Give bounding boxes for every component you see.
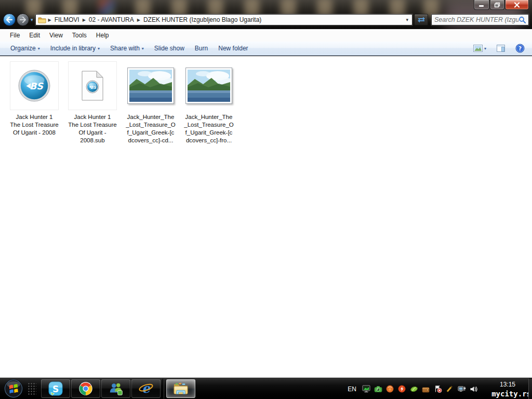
monitor-tray-icon[interactable] [362,384,370,393]
internet-explorer-icon: e [138,381,154,396]
menu-item-view[interactable]: View [45,30,68,41]
camera-tray-icon[interactable] [374,384,382,393]
volume-tray-icon[interactable] [469,384,478,393]
navigation-bar: ▾ ▶FILMOVI▶02 - AVANTURA▶DZEK HUNTER (Iz… [3,14,529,26]
menu-bar: FileEditViewToolsHelp [0,29,532,42]
file-thumbnail: BS [10,61,59,110]
chevron-down-icon: ▾ [98,46,100,51]
close-icon [514,2,520,8]
file-thumbnail [184,61,233,110]
taskbar-messenger-button[interactable] [101,379,130,398]
chevron-down-icon: ▾ [142,46,144,51]
minimize-button[interactable] [474,0,489,10]
search-box [431,14,529,25]
svg-text:S: S [52,384,59,394]
menu-item-edit[interactable]: Edit [24,30,45,41]
taskbar-internet-explorer-button[interactable]: e [131,379,161,398]
preview-pane-icon [497,45,505,52]
forward-button[interactable] [17,14,29,26]
refresh-icon [417,16,425,23]
watermark-text: mycity.rs [491,390,531,398]
bsplayer-media-icon: BS [18,70,50,102]
taskbar-grip [27,382,36,395]
system-tray: EN [348,378,478,399]
toolbar-button-label: Slide show [154,45,184,52]
breadcrumb-item[interactable]: FILMOVI [52,16,82,24]
language-indicator[interactable]: EN [348,385,356,393]
file-item[interactable]: Jack_Hunter_The _Lost_Treasure_O f_Ugari… [126,61,175,144]
file-list: BSJack Hunter 1 The Lost Treasure Of Uga… [0,56,532,378]
menu-item-help[interactable]: Help [91,30,114,41]
restore-button[interactable] [490,0,504,10]
window-controls [473,0,529,10]
views-icon [473,45,483,52]
clock[interactable]: 13:15 [500,381,515,388]
action-center-tray-icon[interactable] [433,384,442,393]
brush-tray-icon[interactable] [445,384,454,393]
breadcrumb: ▶FILMOVI▶02 - AVANTURA▶DZEK HUNTER (Izgu… [47,16,264,24]
menu-item-tools[interactable]: Tools [68,30,91,41]
toolbar-right: ▾ ? [471,42,527,55]
preview-pane-button[interactable] [495,43,507,54]
toolbar-organize-button[interactable]: Organize▾ [5,43,45,54]
search-input[interactable] [434,16,518,23]
photo-thumbnail-icon [127,68,174,104]
toolbar-button-label: Include in library [50,45,96,52]
svg-text:?: ? [518,45,522,52]
help-icon: ? [515,44,525,53]
toolbar-burn-button[interactable]: Burn [190,43,213,54]
breadcrumb-item[interactable]: 02 - AVANTURA [87,16,136,24]
windows-explorer-icon [172,381,189,396]
minimize-icon [478,2,485,7]
pouch-tray-icon[interactable] [421,384,430,393]
file-name-label: Jack_Hunter_The _Lost_Treasure_O f_Ugari… [123,113,178,144]
toolbar-include-in-library-button[interactable]: Include in library▾ [45,43,105,54]
messenger-icon [108,381,124,396]
toolbar-button-label: Burn [195,45,208,52]
file-name-label: Jack Hunter 1 The Lost Treasure Of Ugari… [65,113,120,144]
address-bar[interactable]: ▶FILMOVI▶02 - AVANTURA▶DZEK HUNTER (Izgu… [35,14,413,25]
menu-item-file[interactable]: File [5,30,24,41]
toolbar-button-label: Share with [110,45,140,52]
command-toolbar: Organize▾Include in library▾Share with▾S… [0,42,532,56]
skype-icon: S [48,381,63,396]
file-item[interactable]: BSJack Hunter 1 The Lost Treasure Of Uga… [68,61,117,144]
address-dropdown-icon[interactable]: ▾ [403,17,411,22]
close-button[interactable] [505,0,529,10]
tray-icons [362,384,478,393]
taskbar-skype-button[interactable]: S [41,379,70,398]
start-button[interactable] [0,378,27,399]
breadcrumb-separator-icon: ▶ [82,18,87,22]
network-tray-icon[interactable] [457,384,466,393]
toolbar-commands: Organize▾Include in library▾Share with▾S… [5,43,254,54]
help-button[interactable]: ? [513,42,527,55]
show-desktop-button[interactable] [528,378,532,399]
bsplayer-subtitle-icon: BS [80,70,105,101]
search-icon[interactable] [518,16,526,23]
file-item[interactable]: BSJack Hunter 1 The Lost Treasure Of Uga… [10,61,59,137]
toolbar-button-label: New folder [218,45,248,52]
breadcrumb-item[interactable]: DZEK HUNTER (Izgubljeno Blago Ugarita) [141,16,263,24]
change-view-button[interactable]: ▾ [471,43,488,54]
file-name-label: Jack_Hunter_The _Lost_Treasure_O f_Ugari… [181,113,236,144]
orange-ball-tray-icon[interactable] [385,384,394,393]
back-arrow-icon [6,17,13,23]
file-item[interactable]: Jack_Hunter_The _Lost_Treasure_O f_Ugari… [184,61,233,144]
breadcrumb-separator-icon: ▶ [47,18,52,22]
recent-pages-dropdown[interactable]: ▾ [31,17,33,22]
photo-thumbnail-icon [185,68,232,104]
taskbar-windows-explorer-button[interactable] [166,379,195,398]
taskbar-separator [163,379,164,398]
file-thumbnail [126,61,175,110]
refresh-button[interactable] [414,14,428,25]
taskbar-chrome-button[interactable] [71,379,100,398]
toolbar-slide-show-button[interactable]: Slide show [149,43,190,54]
views-dropdown-icon: ▾ [484,46,486,51]
toolbar-new-folder-button[interactable]: New folder [213,43,253,54]
leaf-tray-icon[interactable] [409,384,418,393]
back-button[interactable] [3,14,16,26]
flash-tray-icon[interactable] [397,384,406,393]
toolbar-button-label: Organize [10,45,36,52]
toolbar-share-with-button[interactable]: Share with▾ [105,43,149,54]
file-thumbnail: BS [68,61,117,110]
